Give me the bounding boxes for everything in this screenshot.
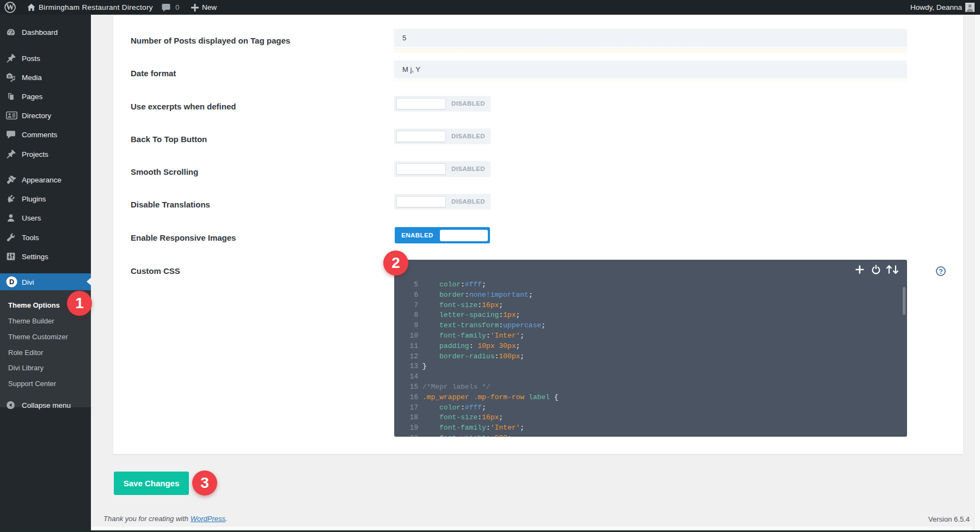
svg-text:D: D — [9, 278, 14, 286]
svg-text:W: W — [6, 3, 14, 11]
